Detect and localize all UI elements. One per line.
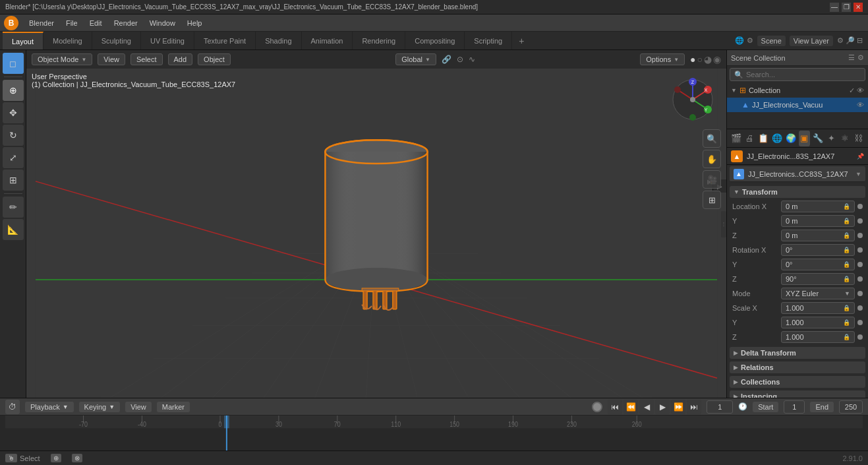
outliner-filter-icon[interactable]: ☰ (848, 53, 855, 62)
mode-dot[interactable] (857, 291, 863, 296)
collection-eye-icon[interactable]: 👁 (857, 86, 864, 95)
location-x-lock[interactable]: 🔒 (843, 203, 850, 210)
location-x-dot[interactable] (857, 204, 863, 209)
keyframe-record-button[interactable] (592, 402, 602, 412)
particles-props-tab[interactable]: ✦ (826, 131, 837, 146)
timeline-type-icon[interactable]: ⏱ (5, 400, 20, 414)
panel-resize-handle[interactable]: ⋮ (721, 211, 726, 237)
rotation-mode-field[interactable]: XYZ Euler ▼ (781, 288, 855, 299)
menu-file[interactable]: File (61, 18, 83, 28)
scale-z-dot[interactable] (857, 334, 863, 340)
relations-header[interactable]: ▶ Relations (730, 361, 865, 373)
material-mode-btn[interactable]: ◕ (704, 54, 712, 65)
tab-sculpting[interactable]: Sculpting (92, 32, 141, 49)
outliner-object-row[interactable]: ▲ JJ_Electronics_Vacuu 👁 (727, 98, 868, 112)
physics-props-tab[interactable]: ⚛ (840, 131, 851, 146)
tab-animation[interactable]: Animation (302, 32, 353, 49)
rotation-y-dot[interactable] (857, 262, 863, 267)
object-menu[interactable]: Object (198, 53, 231, 65)
location-x-field[interactable]: 0 m 🔒 (781, 201, 855, 212)
collection-checkbox-icon[interactable]: ✓ (849, 86, 855, 95)
viewport-3d[interactable]: Object Mode ▼ View Select Add Object Glo… (26, 50, 726, 398)
rotate-tool[interactable]: ↻ (3, 125, 24, 146)
scale-y-lock[interactable]: 🔒 (843, 319, 850, 326)
scale-z-field[interactable]: 1.000 🔒 (781, 331, 855, 343)
output-props-tab[interactable]: 🖨 (745, 131, 756, 146)
wireframe-mode-btn[interactable]: ○ (697, 54, 703, 65)
add-menu[interactable]: Add (168, 53, 193, 65)
mode-dropdown[interactable]: Object Mode ▼ (32, 53, 92, 65)
collections-header[interactable]: ▶ Collections (730, 376, 865, 388)
transform-dropdown[interactable]: Global ▼ (395, 53, 436, 65)
camera-view-button[interactable]: 🎥 (703, 170, 721, 189)
jump-to-end-button[interactable]: ⏭ (687, 400, 701, 414)
scale-x-lock[interactable]: 🔒 (843, 305, 850, 311)
cursor-tool[interactable]: ⊕ (3, 80, 24, 101)
object-props-tab[interactable]: ▣ (799, 131, 810, 146)
location-y-dot[interactable] (857, 218, 863, 224)
measure-tool[interactable]: 📐 (3, 219, 24, 240)
jump-to-start-button[interactable]: ⏮ (608, 400, 622, 414)
tab-texture-paint[interactable]: Texture Paint (194, 32, 256, 49)
mode-icon[interactable]: ◻ (3, 53, 24, 74)
menu-window[interactable]: Window (144, 18, 181, 28)
tab-uv-editing[interactable]: UV Editing (141, 32, 194, 49)
end-frame-field[interactable]: 250 (839, 400, 863, 414)
playback-dropdown[interactable]: Playback ▼ (25, 402, 74, 412)
location-y-field[interactable]: 0 m 🔒 (781, 215, 855, 227)
snap-icon[interactable]: 🔗 (442, 55, 451, 64)
move-tool[interactable]: ✥ (3, 102, 24, 123)
navigation-gizmo[interactable]: X Y Z (670, 77, 716, 123)
timeline-track[interactable]: -70 -40 0 30 70 110 150 190 230 260 (0, 416, 868, 450)
menu-render[interactable]: Render (109, 18, 143, 28)
viewlayer-selector[interactable]: View Layer (790, 36, 833, 46)
rotation-y-lock[interactable]: 🔒 (843, 261, 850, 268)
close-button[interactable]: ✕ (854, 3, 863, 12)
rotation-x-field[interactable]: 0° 🔒 (781, 244, 855, 256)
current-frame-field[interactable]: 1 (707, 400, 733, 414)
scale-z-lock[interactable]: 🔒 (843, 334, 850, 340)
rotation-z-lock[interactable]: 🔒 (843, 276, 850, 282)
pan-button[interactable]: ✋ (703, 150, 721, 168)
select-menu[interactable]: Select (130, 53, 163, 65)
reverse-play-button[interactable]: ◀ (639, 400, 654, 414)
menu-blender[interactable]: Blender (24, 18, 59, 28)
scale-x-dot[interactable] (857, 305, 863, 311)
tab-rendering[interactable]: Rendering (353, 32, 405, 49)
add-workspace-button[interactable]: + (512, 32, 531, 49)
location-y-lock[interactable]: 🔒 (843, 218, 850, 224)
scale-y-dot[interactable] (857, 320, 863, 325)
annotate-tool[interactable]: ✏ (3, 197, 24, 218)
outliner-search-input[interactable] (746, 71, 861, 78)
tab-shading[interactable]: Shading (256, 32, 301, 49)
tab-modeling[interactable]: Modeling (43, 32, 92, 49)
menu-edit[interactable]: Edit (84, 18, 107, 28)
keying-dropdown[interactable]: Keying ▼ (79, 402, 121, 412)
next-keyframe-button[interactable]: ⏩ (671, 400, 685, 414)
scale-x-field[interactable]: 1.000 🔒 (781, 302, 855, 314)
rotation-y-field[interactable]: 0° 🔒 (781, 259, 855, 270)
world-props-tab[interactable]: 🌍 (785, 131, 796, 146)
viewport-display-button[interactable]: ⊞ (703, 191, 721, 209)
render-props-tab[interactable]: 🎬 (731, 131, 742, 146)
view-layer-props-tab[interactable]: 📋 (758, 131, 769, 146)
view-dropdown[interactable]: View (125, 402, 152, 412)
rotation-z-field[interactable]: 90° 🔒 (781, 273, 855, 285)
scale-tool[interactable]: ⤢ (3, 147, 24, 168)
constraints-props-tab[interactable]: ⛓ (853, 131, 864, 146)
menu-help[interactable]: Help (182, 18, 208, 28)
transform-tool[interactable]: ⊞ (3, 170, 24, 191)
tab-compositing[interactable]: Compositing (405, 32, 465, 49)
scene-props-tab[interactable]: 🌐 (772, 131, 783, 146)
rotation-x-dot[interactable] (857, 247, 863, 253)
start-frame-field[interactable]: 1 (784, 400, 805, 414)
outliner-search[interactable]: 🔍 (730, 68, 865, 81)
falloff-icon[interactable]: ∿ (469, 55, 475, 64)
minimize-button[interactable]: — (830, 3, 839, 12)
play-button[interactable]: ▶ (655, 400, 670, 414)
active-object-dropdown[interactable]: ▲ JJ_Electronics..CC83S_12AX7 ▼ (730, 166, 865, 182)
prev-keyframe-button[interactable]: ⏪ (623, 400, 638, 414)
view-menu[interactable]: View (98, 53, 125, 65)
instancing-header[interactable]: ▶ Instancing (730, 390, 865, 398)
rotation-x-lock[interactable]: 🔒 (843, 247, 850, 253)
